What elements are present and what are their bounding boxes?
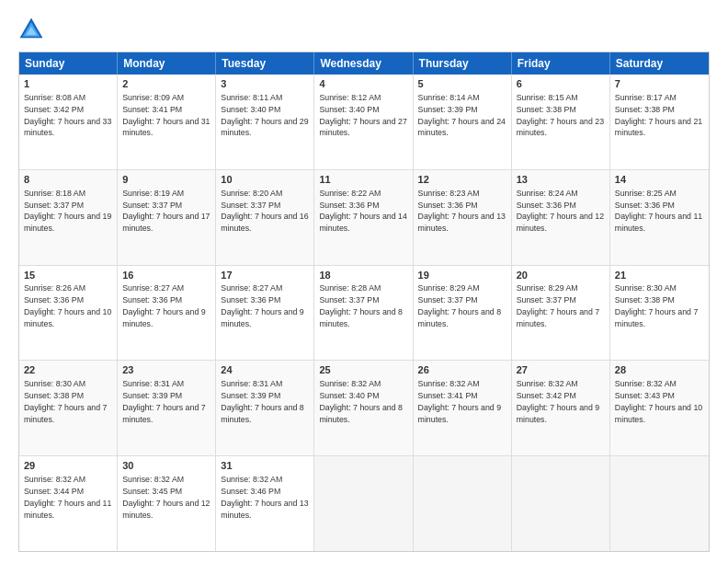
calendar-week-4: 22Sunrise: 8:30 AM Sunset: 3:38 PM Dayli… [19, 361, 709, 456]
cal-header-tuesday: Tuesday [216, 52, 314, 75]
day-number: 31 [221, 459, 309, 473]
day-info: Sunrise: 8:14 AM Sunset: 3:39 PM Dayligh… [418, 93, 506, 138]
day-number: 26 [418, 363, 506, 377]
day-number: 21 [615, 269, 704, 282]
cal-cell-day-16: 16Sunrise: 8:27 AM Sunset: 3:36 PM Dayli… [118, 266, 216, 361]
cal-cell-day-31: 31Sunrise: 8:32 AM Sunset: 3:46 PM Dayli… [216, 456, 314, 551]
cal-header-saturday: Saturday [610, 52, 709, 75]
day-number: 24 [221, 363, 309, 377]
day-info: Sunrise: 8:24 AM Sunset: 3:36 PM Dayligh… [517, 189, 604, 234]
day-number: 13 [517, 173, 605, 187]
day-info: Sunrise: 8:12 AM Sunset: 3:40 PM Dayligh… [319, 93, 406, 138]
day-info: Sunrise: 8:27 AM Sunset: 3:36 PM Dayligh… [122, 283, 205, 328]
day-info: Sunrise: 8:32 AM Sunset: 3:44 PM Dayligh… [24, 475, 111, 520]
cal-cell-day-1: 1Sunrise: 8:08 AM Sunset: 3:42 PM Daylig… [19, 75, 118, 169]
day-number: 14 [615, 173, 704, 187]
day-number: 1 [24, 77, 112, 91]
logo-icon [18, 17, 44, 42]
day-number: 15 [24, 269, 112, 282]
day-info: Sunrise: 8:17 AM Sunset: 3:38 PM Dayligh… [615, 93, 702, 138]
cal-cell-day-9: 9Sunrise: 8:19 AM Sunset: 3:37 PM Daylig… [118, 170, 216, 265]
day-info: Sunrise: 8:19 AM Sunset: 3:37 PM Dayligh… [122, 189, 210, 234]
cal-cell-day-6: 6Sunrise: 8:15 AM Sunset: 3:38 PM Daylig… [512, 75, 610, 169]
calendar: SundayMondayTuesdayWednesdayThursdayFrid… [18, 52, 710, 552]
calendar-header: SundayMondayTuesdayWednesdayThursdayFrid… [19, 52, 709, 75]
day-info: Sunrise: 8:32 AM Sunset: 3:40 PM Dayligh… [319, 379, 402, 424]
cal-cell-day-5: 5Sunrise: 8:14 AM Sunset: 3:39 PM Daylig… [414, 75, 512, 169]
cal-cell-day-28: 28Sunrise: 8:32 AM Sunset: 3:43 PM Dayli… [610, 361, 709, 455]
day-number: 4 [319, 77, 407, 91]
cal-cell-day-4: 4Sunrise: 8:12 AM Sunset: 3:40 PM Daylig… [314, 75, 413, 169]
day-number: 9 [122, 173, 210, 187]
cal-cell-day-14: 14Sunrise: 8:25 AM Sunset: 3:36 PM Dayli… [610, 170, 709, 265]
day-info: Sunrise: 8:15 AM Sunset: 3:38 PM Dayligh… [517, 93, 604, 138]
day-info: Sunrise: 8:30 AM Sunset: 3:38 PM Dayligh… [615, 283, 698, 328]
day-info: Sunrise: 8:30 AM Sunset: 3:38 PM Dayligh… [24, 379, 107, 424]
cal-header-wednesday: Wednesday [314, 52, 413, 75]
logo [18, 17, 48, 42]
day-number: 16 [122, 269, 210, 282]
cal-cell-day-2: 2Sunrise: 8:09 AM Sunset: 3:41 PM Daylig… [118, 75, 216, 169]
day-number: 23 [122, 363, 210, 377]
day-number: 29 [24, 459, 112, 473]
cal-cell-day-24: 24Sunrise: 8:31 AM Sunset: 3:39 PM Dayli… [216, 361, 314, 455]
day-info: Sunrise: 8:26 AM Sunset: 3:36 PM Dayligh… [24, 283, 111, 328]
cal-cell-day-20: 20Sunrise: 8:29 AM Sunset: 3:37 PM Dayli… [512, 266, 610, 361]
day-number: 6 [517, 77, 605, 91]
day-info: Sunrise: 8:32 AM Sunset: 3:41 PM Dayligh… [418, 379, 501, 424]
day-number: 25 [319, 363, 407, 377]
day-number: 2 [122, 77, 210, 91]
day-info: Sunrise: 8:31 AM Sunset: 3:39 PM Dayligh… [221, 379, 303, 424]
cal-header-friday: Friday [512, 52, 610, 75]
calendar-week-2: 8Sunrise: 8:18 AM Sunset: 3:37 PM Daylig… [19, 170, 709, 266]
calendar-week-3: 15Sunrise: 8:26 AM Sunset: 3:36 PM Dayli… [19, 266, 709, 362]
cal-cell-empty [610, 456, 709, 551]
day-number: 17 [221, 269, 309, 282]
cal-cell-day-27: 27Sunrise: 8:32 AM Sunset: 3:42 PM Dayli… [512, 361, 610, 455]
cal-cell-day-7: 7Sunrise: 8:17 AM Sunset: 3:38 PM Daylig… [610, 75, 709, 169]
cal-cell-day-19: 19Sunrise: 8:29 AM Sunset: 3:37 PM Dayli… [414, 266, 512, 361]
day-info: Sunrise: 8:22 AM Sunset: 3:36 PM Dayligh… [319, 189, 406, 234]
cal-cell-day-8: 8Sunrise: 8:18 AM Sunset: 3:37 PM Daylig… [19, 170, 118, 265]
day-number: 11 [319, 173, 407, 187]
calendar-week-1: 1Sunrise: 8:08 AM Sunset: 3:42 PM Daylig… [19, 75, 709, 170]
cal-cell-day-18: 18Sunrise: 8:28 AM Sunset: 3:37 PM Dayli… [314, 266, 413, 361]
day-info: Sunrise: 8:32 AM Sunset: 3:42 PM Dayligh… [517, 379, 599, 424]
cal-cell-day-21: 21Sunrise: 8:30 AM Sunset: 3:38 PM Dayli… [610, 266, 709, 361]
day-number: 10 [221, 173, 309, 187]
day-number: 18 [319, 269, 407, 282]
day-number: 27 [517, 363, 605, 377]
cal-cell-day-17: 17Sunrise: 8:27 AM Sunset: 3:36 PM Dayli… [216, 266, 314, 361]
day-number: 19 [418, 269, 506, 282]
cal-cell-empty [314, 456, 413, 551]
cal-cell-day-13: 13Sunrise: 8:24 AM Sunset: 3:36 PM Dayli… [512, 170, 610, 265]
cal-header-sunday: Sunday [19, 52, 118, 75]
day-number: 3 [221, 77, 309, 91]
cal-cell-day-11: 11Sunrise: 8:22 AM Sunset: 3:36 PM Dayli… [314, 170, 413, 265]
day-number: 8 [24, 173, 112, 187]
day-info: Sunrise: 8:09 AM Sunset: 3:41 PM Dayligh… [122, 93, 210, 138]
page-header [18, 17, 710, 42]
cal-cell-day-25: 25Sunrise: 8:32 AM Sunset: 3:40 PM Dayli… [314, 361, 413, 455]
day-number: 12 [418, 173, 506, 187]
day-number: 5 [418, 77, 506, 91]
cal-cell-empty [512, 456, 610, 551]
day-info: Sunrise: 8:32 AM Sunset: 3:43 PM Dayligh… [615, 379, 702, 424]
cal-cell-day-30: 30Sunrise: 8:32 AM Sunset: 3:45 PM Dayli… [118, 456, 216, 551]
day-info: Sunrise: 8:23 AM Sunset: 3:36 PM Dayligh… [418, 189, 506, 234]
cal-cell-day-12: 12Sunrise: 8:23 AM Sunset: 3:36 PM Dayli… [414, 170, 512, 265]
day-number: 28 [615, 363, 704, 377]
cal-cell-day-15: 15Sunrise: 8:26 AM Sunset: 3:36 PM Dayli… [19, 266, 118, 361]
day-info: Sunrise: 8:18 AM Sunset: 3:37 PM Dayligh… [24, 189, 111, 234]
day-info: Sunrise: 8:31 AM Sunset: 3:39 PM Dayligh… [122, 379, 205, 424]
day-info: Sunrise: 8:08 AM Sunset: 3:42 PM Dayligh… [24, 93, 111, 138]
cal-header-thursday: Thursday [414, 52, 512, 75]
cal-cell-day-23: 23Sunrise: 8:31 AM Sunset: 3:39 PM Dayli… [118, 361, 216, 455]
day-info: Sunrise: 8:29 AM Sunset: 3:37 PM Dayligh… [517, 283, 599, 328]
day-info: Sunrise: 8:25 AM Sunset: 3:36 PM Dayligh… [615, 189, 702, 234]
day-number: 22 [24, 363, 112, 377]
day-number: 30 [122, 459, 210, 473]
cal-cell-empty [414, 456, 512, 551]
day-number: 20 [517, 269, 605, 282]
day-info: Sunrise: 8:11 AM Sunset: 3:40 PM Dayligh… [221, 93, 308, 138]
